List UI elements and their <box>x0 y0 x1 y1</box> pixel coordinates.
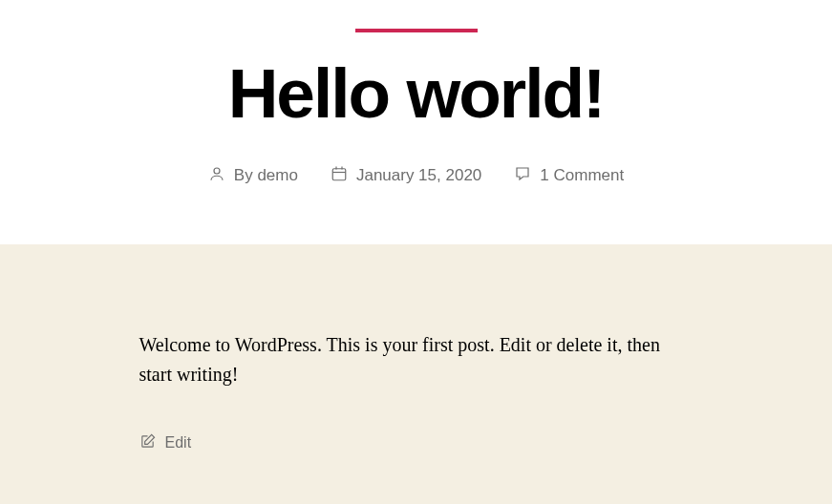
date-link[interactable]: January 15, 2020 <box>356 166 481 185</box>
calendar-icon <box>331 165 348 187</box>
comment-icon <box>514 165 531 187</box>
category-accent <box>355 29 478 32</box>
edit-link[interactable]: Edit <box>139 433 192 453</box>
post-meta: By demo January 15, 2020 1 Comment <box>19 165 813 187</box>
post-title: Hello world! <box>19 57 813 131</box>
comments-link[interactable]: 1 Comment <box>540 166 624 185</box>
author-link[interactable]: demo <box>257 166 298 184</box>
meta-date: January 15, 2020 <box>331 165 481 187</box>
post-header: Hello world! By demo January 15, 2020 1 … <box>0 0 832 244</box>
author-icon <box>208 165 225 187</box>
meta-comments: 1 Comment <box>514 165 624 187</box>
svg-point-0 <box>214 168 220 174</box>
by-label: By <box>234 166 253 184</box>
edit-label: Edit <box>165 434 192 452</box>
edit-icon <box>139 433 156 453</box>
svg-rect-1 <box>332 168 346 179</box>
post-body: Welcome to WordPress. This is your first… <box>139 330 693 389</box>
meta-author: By demo <box>208 165 298 187</box>
post-content-section: Welcome to WordPress. This is your first… <box>0 244 832 504</box>
